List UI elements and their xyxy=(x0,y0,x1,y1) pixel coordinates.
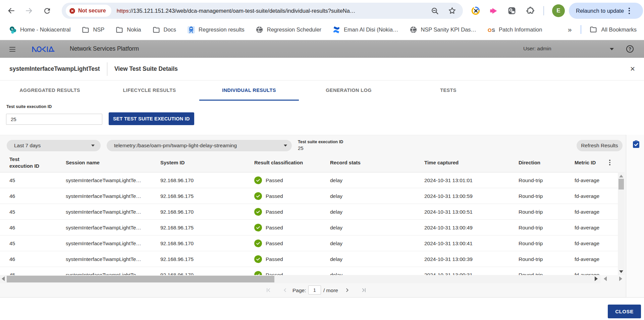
bookmark-star-icon[interactable] xyxy=(448,6,457,15)
cell-system-id: 92.168.96.175 xyxy=(160,251,194,267)
table-row[interactable]: 45 systemInterfaceTwampLightTe… 92.168.9… xyxy=(0,235,618,251)
result-classification-badge: Passed xyxy=(254,239,283,247)
execution-id-form: Test suite execution ID SET TEST SUITE E… xyxy=(0,101,644,135)
hamburger-menu-icon[interactable] xyxy=(9,47,15,52)
last-page-icon[interactable] xyxy=(361,287,367,293)
time-range-value: Last 7 days xyxy=(14,143,41,149)
bookmark-item[interactable]: S xyxy=(82,26,104,34)
column-header-session-name[interactable]: Session name xyxy=(66,153,100,172)
outer-scroll-left-arrow-icon[interactable] xyxy=(604,276,607,281)
outer-scroll-right-arrow-icon[interactable] xyxy=(619,276,622,281)
page-title: View Test Suite Details xyxy=(114,65,178,72)
back-button[interactable] xyxy=(5,4,18,17)
cell-test-execution-id: 45 xyxy=(9,235,15,251)
bookmark-item[interactable]: S xyxy=(152,26,176,34)
selected-tasks-clipboard-icon[interactable] xyxy=(633,140,640,150)
cell-direction: Round-trip xyxy=(519,235,543,251)
next-page-icon[interactable] xyxy=(344,287,350,293)
tab-aggregated-results[interactable]: AGGREGATED RESULTS xyxy=(0,81,100,100)
bookmark-label: Regression Scheduler xyxy=(267,26,321,33)
scroll-up-arrow-icon[interactable] xyxy=(619,175,623,177)
tab-generation-log[interactable]: GENERATION LOG xyxy=(299,81,398,100)
cell-time-captured: 2024-10-31 13:00:31 xyxy=(424,267,473,275)
telemetry-caret-icon xyxy=(284,145,287,147)
telemetry-select[interactable]: telemetry:/base/oam-pm/twamp-light-delay… xyxy=(107,140,292,151)
column-header-metric-id[interactable]: Metric ID xyxy=(575,153,596,172)
first-page-icon[interactable] xyxy=(265,287,271,293)
help-icon[interactable]: ? xyxy=(626,45,634,53)
extension-pink-arrow-icon[interactable] xyxy=(487,4,500,17)
result-classification-badge: Passed xyxy=(254,192,283,200)
extension-recorder-icon[interactable] xyxy=(505,4,519,17)
bookmark-item[interactable]: S xyxy=(332,26,398,34)
tab-individual-results[interactable]: INDIVIDUAL RESULTS xyxy=(199,81,299,100)
forward-button[interactable] xyxy=(22,4,36,17)
avatar-letter: E xyxy=(556,7,560,14)
scroll-right-arrow-icon[interactable] xyxy=(595,276,598,281)
bookmark-item[interactable]: S xyxy=(409,26,476,34)
address-bar[interactable]: Not secure https://135.121.151.243/web/d… xyxy=(62,3,463,19)
relaunch-to-update-button[interactable]: Relaunch to update xyxy=(569,3,643,19)
cell-time-captured: 2024-10-31 13:00:41 xyxy=(424,235,473,251)
execution-id-label: Test suite execution ID xyxy=(6,104,52,109)
svg-text:O: O xyxy=(488,27,492,33)
nsp-header: Network Services Platform User: admin ? xyxy=(0,40,644,58)
cell-session-name: systemInterfaceTwampLightTe… xyxy=(66,251,141,267)
column-header-result-classification[interactable]: Result classification xyxy=(254,153,303,172)
scroll-down-arrow-icon[interactable] xyxy=(619,270,623,273)
zoom-icon[interactable] xyxy=(431,7,439,15)
table-row[interactable]: 46 systemInterfaceTwampLightTe… 92.168.9… xyxy=(0,251,618,267)
table-row[interactable]: 45 systemInterfaceTwampLightTe… 92.168.9… xyxy=(0,204,618,220)
cell-time-captured: 2024-10-31 13:00:59 xyxy=(424,188,473,204)
vertical-scrollbar-thumb[interactable] xyxy=(619,179,624,190)
reload-button[interactable] xyxy=(40,4,54,17)
close-button[interactable]: CLOSE xyxy=(608,305,641,318)
cell-session-name: systemInterfaceTwampLightTe… xyxy=(66,204,141,220)
column-options-icon[interactable] xyxy=(606,153,614,172)
bookmark-item[interactable]: S xyxy=(487,26,542,34)
bookmark-item[interactable]: S xyxy=(187,26,245,34)
not-secure-label: Not secure xyxy=(78,8,106,14)
time-range-select[interactable]: Last 7 days xyxy=(7,140,101,151)
cell-session-name: systemInterfaceTwampLightTe… xyxy=(66,235,141,251)
page-number-input[interactable] xyxy=(308,285,321,295)
user-menu-label[interactable]: User: admin xyxy=(523,46,551,52)
set-execution-id-button[interactable]: SET TEST SUITE EXECUTION ID xyxy=(109,112,194,125)
extension-soapui-icon[interactable] xyxy=(469,4,482,17)
scroll-left-arrow-icon[interactable] xyxy=(2,276,5,281)
horizontal-scrollbar-thumb[interactable] xyxy=(7,276,274,282)
table-row[interactable]: 46 systemInterfaceTwampLightTe… 92.168.9… xyxy=(0,220,618,235)
column-header-time-captured[interactable]: Time captured xyxy=(424,153,459,172)
browser-menu-icon[interactable] xyxy=(629,8,630,14)
table-row[interactable]: 45 systemInterfaceTwampLightTe… 92.168.9… xyxy=(0,172,618,188)
all-bookmarks-button[interactable]: All Bookmarks xyxy=(589,25,637,34)
user-menu-caret-icon[interactable] xyxy=(610,48,614,50)
passed-check-icon xyxy=(254,224,262,231)
table-vertical-scrollbar[interactable] xyxy=(618,172,625,275)
table-row[interactable]: 45 systemInterfaceTwampLightTe… 92.168.9… xyxy=(0,267,618,275)
bookmark-item[interactable]: S xyxy=(9,26,70,34)
column-header-system-id[interactable]: System ID xyxy=(160,153,185,172)
bookmarks-overflow-chevron[interactable]: » xyxy=(568,25,571,34)
column-header-record-stats[interactable]: Record stats xyxy=(330,153,361,172)
extensions-puzzle-icon[interactable] xyxy=(523,4,537,17)
passed-check-icon xyxy=(254,255,262,263)
cell-record-stats: delay xyxy=(330,235,342,251)
cell-system-id: 92.168.96.170 xyxy=(160,235,194,251)
execution-id-input[interactable] xyxy=(6,114,102,125)
tab-lifecycle-results[interactable]: LIFECYCLE RESULTS xyxy=(100,81,199,100)
column-header-direction[interactable]: Direction xyxy=(519,153,540,172)
not-secure-chip[interactable]: Not secure xyxy=(66,5,111,17)
tab-tests[interactable]: TESTS xyxy=(398,81,498,100)
column-header-test-execution-id[interactable]: Test execution ID xyxy=(9,153,43,172)
previous-page-icon[interactable] xyxy=(282,287,288,293)
table-row[interactable]: 46 systemInterfaceTwampLightTe… 92.168.9… xyxy=(0,188,618,204)
bookmark-item[interactable]: S xyxy=(115,26,141,34)
refresh-results-button[interactable]: Refresh Results xyxy=(577,140,623,151)
close-details-icon[interactable]: ✕ xyxy=(628,64,637,73)
table-horizontal-scrollbar[interactable] xyxy=(0,275,600,283)
filter-exec-id-label: Test suite execution ID xyxy=(298,140,343,144)
bookmark-item[interactable]: S xyxy=(256,26,321,34)
profile-avatar[interactable]: E xyxy=(552,4,565,17)
extensions-area xyxy=(469,4,537,17)
